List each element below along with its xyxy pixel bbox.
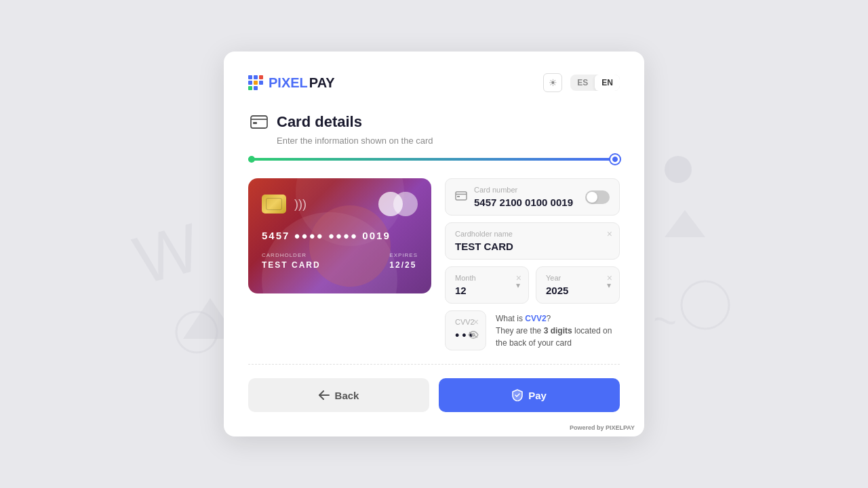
year-field[interactable]: × Year 2025 ▾ (536, 266, 620, 304)
cardholder-name-field[interactable]: × Cardholder name TEST CARD (445, 222, 620, 260)
logo-dot-4 (248, 81, 252, 85)
card-number-field: Card number 5457 2100 0100 0019 (445, 178, 620, 216)
page-title-section: Card details Enter the information shown… (248, 111, 620, 146)
title-row: Card details (248, 111, 620, 133)
cvv-close-icon[interactable]: × (473, 317, 479, 327)
logo-dot-3 (259, 75, 263, 79)
logo-dot-1 (248, 75, 252, 79)
shield-icon (512, 389, 523, 401)
back-button[interactable]: Back (248, 378, 429, 412)
svg-rect-10 (456, 192, 467, 200)
svg-rect-7 (251, 116, 267, 128)
cvv-hint-digits: 3 digits (544, 326, 572, 336)
lang-es-button[interactable]: ES (570, 75, 595, 91)
pay-button-label: Pay (528, 390, 547, 401)
card-number-on-card: 5457 ●●●● ●●●● 0019 (262, 230, 418, 241)
payment-modal: PIXELPAY ☀ ES EN Card details Enter the … (224, 52, 644, 436)
card-network-logo (378, 192, 418, 216)
year-close-icon[interactable]: × (607, 272, 612, 283)
svg-text:~: ~ (650, 296, 681, 345)
svg-rect-9 (253, 122, 257, 124)
cardholder-value-on-card: TEST CARD (262, 260, 321, 270)
month-field[interactable]: × Month 12 ▾ (445, 266, 529, 304)
svg-text:W: W (126, 209, 208, 299)
page-title: Card details (277, 113, 362, 131)
year-label: Year (546, 274, 610, 282)
powered-by-text: Powered by PIXELPAY (570, 424, 635, 431)
toggle-knob (587, 192, 597, 203)
cardholder-section: CARDHOLDER TEST CARD (262, 252, 321, 270)
cardholder-close-icon[interactable]: × (607, 228, 612, 239)
logo: PIXELPAY (248, 75, 335, 91)
cardholder-name-label: Cardholder name (455, 230, 610, 238)
card-number-label: Card number (474, 186, 578, 194)
card-top: ))) (262, 192, 418, 216)
progress-fill (248, 158, 620, 161)
month-label: Month (455, 274, 519, 282)
progress-bar (248, 157, 620, 162)
cvv-field[interactable]: × CVV2 ••• (445, 310, 486, 350)
svg-marker-4 (665, 210, 705, 237)
progress-track (248, 158, 620, 161)
logo-dot-2 (254, 75, 258, 79)
pay-button[interactable]: Pay (439, 378, 620, 412)
back-arrow-icon (319, 390, 330, 400)
logo-pixel-text: PIXEL (269, 75, 308, 91)
year-value: 2025 (546, 285, 610, 296)
powered-by: Powered by PIXELPAY (570, 424, 635, 431)
back-button-label: Back (335, 390, 359, 401)
header-controls: ☀ ES EN (543, 73, 620, 92)
expiry-row: × Month 12 ▾ × Year 2025 ▾ (445, 266, 620, 304)
card-nfc-icon: ))) (294, 197, 307, 211)
logo-grid (248, 75, 263, 90)
card-details-icon (248, 111, 270, 133)
cardholder-label-on-card: CARDHOLDER (262, 252, 321, 258)
svg-rect-12 (457, 196, 460, 197)
svg-point-5 (682, 281, 729, 329)
cvv-hint: What is CVV2? They are the 3 digits loca… (496, 312, 620, 349)
language-switcher: ES EN (570, 75, 620, 91)
cvv-hint-question: ? (547, 314, 551, 323)
card-number-value: 5457 2100 0100 0019 (474, 197, 578, 208)
cvv-hint-desc-pre: They are the (496, 326, 544, 336)
card-number-field-inner: Card number 5457 2100 0100 0019 (455, 186, 610, 208)
expires-value-on-card: 12/25 (389, 260, 418, 270)
form-fields: Card number 5457 2100 0100 0019 × Cardho… (445, 178, 620, 350)
svg-point-3 (665, 156, 692, 183)
card-chip (262, 195, 286, 214)
expires-section: EXPIRES 12/25 (389, 252, 418, 270)
card-field-icon (455, 191, 467, 203)
button-row: Back Pay (248, 378, 620, 412)
cvv-row: × CVV2 ••• What is CVV2? They are the 3 … (445, 310, 620, 350)
logo-dot-7 (248, 86, 252, 90)
main-content: ))) 5457 ●●●● ●●●● 0019 CARDHOLDER TEST … (248, 178, 620, 350)
month-value: 12 (455, 285, 519, 296)
logo-pay-text: PAY (309, 75, 335, 91)
svg-point-2 (176, 312, 217, 352)
cvv-eye-icon[interactable] (468, 329, 479, 342)
logo-dot-9 (259, 86, 263, 90)
cardholder-name-value: TEST CARD (455, 241, 610, 252)
card-bottom: CARDHOLDER TEST CARD EXPIRES 12/25 (262, 252, 418, 270)
logo-dot-8 (254, 86, 258, 90)
theme-toggle-button[interactable]: ☀ (543, 73, 562, 92)
modal-header: PIXELPAY ☀ ES EN (248, 73, 620, 92)
card-number-content: Card number 5457 2100 0100 0019 (474, 186, 578, 208)
cvv-hint-link[interactable]: CVV2 (525, 314, 546, 323)
progress-dot-end (610, 155, 620, 164)
progress-dot-start (248, 156, 255, 163)
logo-dot-6 (259, 81, 263, 85)
page-subtitle: Enter the information shown on the card (277, 136, 620, 146)
divider (248, 364, 620, 365)
card-number-toggle[interactable] (585, 190, 610, 204)
card-wave-3 (309, 205, 391, 287)
expires-label-on-card: EXPIRES (389, 252, 418, 258)
cvv-hint-what-is: What is (496, 314, 525, 323)
circle-right (393, 192, 418, 216)
lang-en-button[interactable]: EN (595, 75, 620, 91)
credit-card-visual: ))) 5457 ●●●● ●●●● 0019 CARDHOLDER TEST … (248, 178, 431, 293)
month-close-icon[interactable]: × (516, 272, 521, 283)
logo-dot-5 (254, 81, 258, 85)
